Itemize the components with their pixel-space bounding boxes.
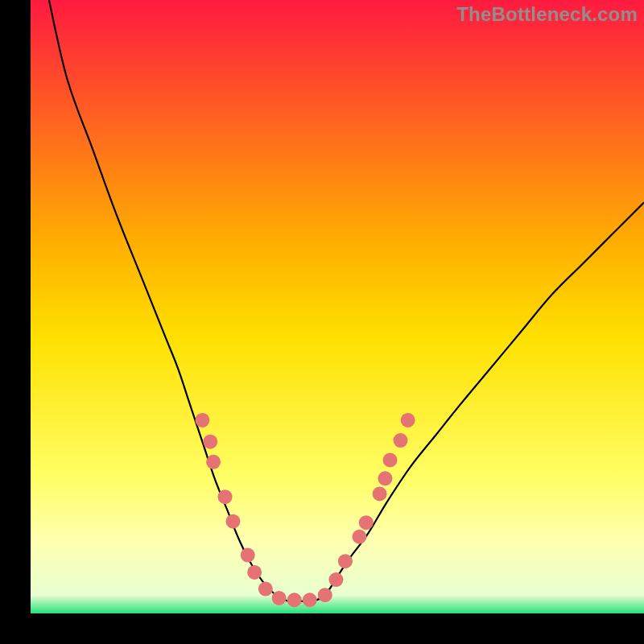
marker-dot bbox=[206, 455, 221, 469]
marker-dot bbox=[393, 433, 407, 448]
gradient-background bbox=[31, 0, 644, 613]
marker-dot bbox=[218, 489, 233, 504]
marker-dot bbox=[359, 515, 374, 530]
marker-dot bbox=[373, 486, 387, 501]
marker-dot bbox=[247, 565, 262, 580]
marker-dot bbox=[318, 588, 332, 602]
marker-dot bbox=[258, 582, 273, 597]
marker-dot bbox=[241, 548, 255, 563]
marker-dot bbox=[272, 591, 287, 605]
marker-dot bbox=[338, 554, 353, 568]
marker-dot bbox=[287, 592, 302, 607]
marker-dot bbox=[328, 572, 343, 587]
plot-svg bbox=[31, 0, 644, 613]
marker-dot bbox=[203, 435, 217, 449]
marker-dot bbox=[383, 453, 398, 468]
marker-dot bbox=[225, 514, 240, 529]
watermark-text: TheBottleneck.com bbox=[456, 3, 638, 26]
chart-frame: TheBottleneck.com bbox=[31, 0, 644, 613]
marker-dot bbox=[352, 530, 366, 544]
marker-dot bbox=[401, 413, 415, 427]
marker-dot bbox=[303, 592, 317, 607]
marker-dot bbox=[378, 471, 392, 485]
marker-dot bbox=[195, 413, 209, 427]
